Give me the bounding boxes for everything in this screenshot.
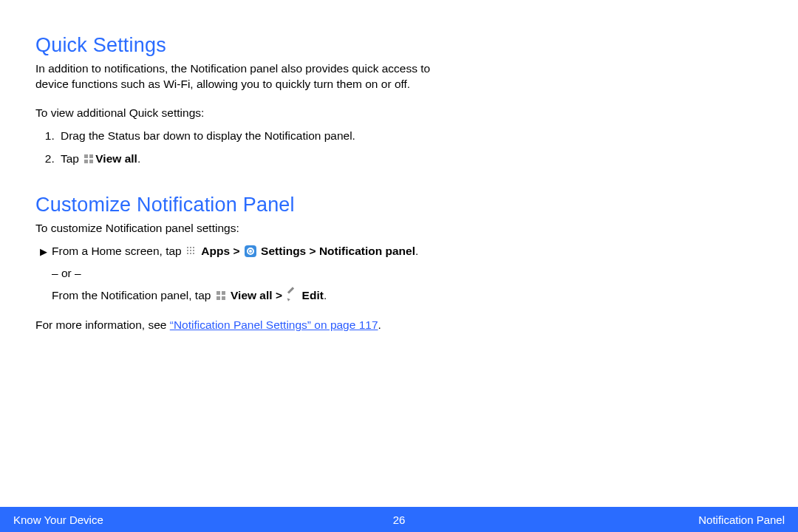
- dot-2: .: [324, 289, 327, 301]
- step-2-pre: Tap: [61, 152, 82, 165]
- heading-quick-settings: Quick Settings: [35, 34, 449, 57]
- link-notification-panel-settings[interactable]: “Notification Panel Settings” on page 11…: [170, 318, 378, 331]
- sep-3: >: [273, 289, 286, 301]
- bold-settings: Settings: [261, 245, 306, 257]
- step-2-bold: View all: [95, 152, 137, 165]
- path-notifpanel: From the Notification panel, tap View al…: [52, 287, 449, 304]
- sep-1: >: [230, 245, 243, 257]
- more-info-line: For more information, see “Notification …: [35, 318, 449, 333]
- footer-right: Notification Panel: [698, 514, 785, 526]
- apps-icon: [186, 246, 197, 256]
- more-info-pre: For more information, see: [35, 318, 170, 331]
- bold-viewall: View all: [231, 289, 273, 301]
- step-1: Drag the Status bar down to display the …: [58, 127, 449, 144]
- path-home: From a Home screen, tap Apps > Settings …: [52, 242, 449, 260]
- sep-2: >: [306, 245, 319, 257]
- quick-settings-lead: To view additional Quick settings:: [35, 106, 449, 121]
- inst-prefix: From a Home screen, tap: [52, 245, 185, 257]
- instruction-block: ▶ From a Home screen, tap Apps > Setting…: [40, 242, 449, 304]
- footer-page-number: 26: [393, 514, 406, 526]
- bold-notification-panel: Notification panel: [319, 245, 415, 257]
- bold-edit: Edit: [302, 289, 324, 301]
- or-line: – or –: [52, 265, 449, 282]
- more-info-post: .: [378, 318, 381, 331]
- step-2-post: .: [137, 152, 140, 165]
- customize-lead: To customize Notification panel settings…: [35, 221, 449, 236]
- heading-customize-notification-panel: Customize Notification Panel: [35, 194, 449, 216]
- play-arrow-icon: ▶: [40, 245, 47, 259]
- quick-settings-intro: In addition to notifications, the Notifi…: [35, 61, 449, 92]
- page-content: Quick Settings In addition to notificati…: [0, 0, 485, 333]
- pencil-edit-icon: [287, 290, 297, 301]
- view-all-icon: [83, 154, 94, 164]
- footer-left: Know Your Device: [13, 514, 103, 526]
- alt-prefix: From the Notification panel, tap: [52, 289, 214, 301]
- document-page: Quick Settings In addition to notificati…: [0, 0, 798, 532]
- instruction-body: From a Home screen, tap Apps > Settings …: [52, 242, 449, 304]
- step-2: Tap View all.: [58, 150, 449, 167]
- page-footer: Know Your Device 26 Notification Panel: [0, 507, 798, 532]
- bold-apps: Apps: [201, 245, 230, 257]
- quick-settings-steps: Drag the Status bar down to display the …: [35, 127, 449, 168]
- dot-1: .: [415, 245, 418, 257]
- settings-icon: [245, 245, 256, 257]
- view-all-icon-2: [216, 290, 226, 301]
